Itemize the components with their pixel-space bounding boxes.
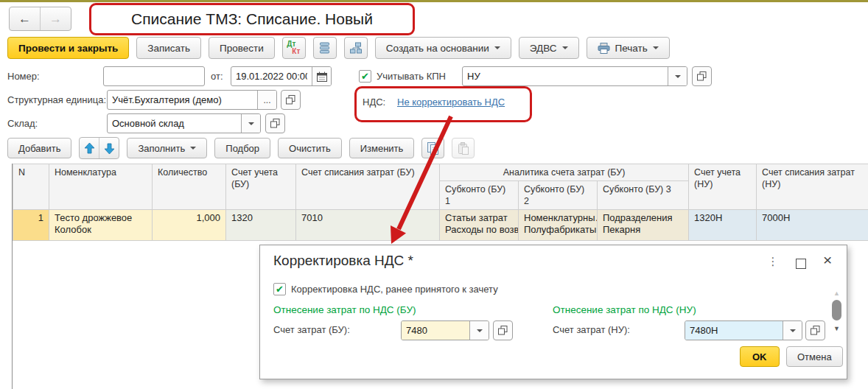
- chevron-down-icon: [653, 46, 659, 49]
- open-in-list-icon: [270, 119, 280, 128]
- col-header-subconto1[interactable]: Субконто (БУ) 1: [440, 181, 519, 210]
- write-button[interactable]: Записать: [136, 37, 201, 59]
- cell-account-bu[interactable]: 1320: [226, 210, 296, 241]
- kebab-menu-icon[interactable]: ⋮: [767, 255, 779, 268]
- cell-subconto3[interactable]: Подразделения Пекарня: [598, 210, 689, 241]
- move-down-button[interactable]: [99, 138, 119, 158]
- kpn-field-wrap: [462, 66, 687, 86]
- copy-icon: [427, 142, 439, 155]
- back-button[interactable]: ←: [10, 7, 40, 30]
- add-row-button[interactable]: Добавить: [7, 138, 71, 158]
- clear-button[interactable]: Очистить: [278, 138, 342, 158]
- calendar-button[interactable]: [312, 67, 331, 85]
- expense-account-bu-wrap: [401, 320, 489, 340]
- title-annotation-box: Списание ТМЗ: Списание. Новый: [89, 3, 415, 35]
- main-toolbar: Провести и закрыть Записать Провести ДтК…: [7, 37, 670, 59]
- col-header-subconto2[interactable]: Субконто (БУ) 2: [519, 181, 598, 210]
- cell-num[interactable]: 1: [13, 210, 49, 241]
- number-input[interactable]: [104, 67, 204, 85]
- kpn-dropdown-button[interactable]: [668, 67, 687, 85]
- bu-open-button[interactable]: [493, 320, 513, 340]
- col-header-expense-bu[interactable]: Счет списания затрат (БУ): [296, 164, 440, 210]
- cell-expense-nu[interactable]: 7000Н: [757, 210, 868, 241]
- post-button[interactable]: Провести: [209, 37, 275, 59]
- scroll-up-icon[interactable]: ▲: [833, 290, 840, 297]
- warehouse-input[interactable]: [108, 114, 241, 133]
- expense-account-nu-input[interactable]: [685, 321, 783, 340]
- nu-dropdown-button[interactable]: [783, 321, 802, 340]
- ok-button[interactable]: OK: [740, 346, 780, 367]
- kpn-open-button[interactable]: [692, 66, 712, 86]
- col-header-account-nu[interactable]: Счет учета (НУ): [689, 164, 757, 210]
- back-arrow-icon: ←: [18, 12, 31, 27]
- paste-rows-button[interactable]: [452, 138, 475, 158]
- edit-button[interactable]: Изменить: [349, 138, 415, 158]
- date-field-wrap: [231, 66, 332, 86]
- col-header-quantity[interactable]: Количество: [153, 164, 226, 210]
- expense-account-bu-input[interactable]: [402, 321, 469, 340]
- chevron-down-icon: [675, 75, 681, 78]
- close-icon[interactable]: ×: [823, 251, 832, 269]
- chevron-down-icon: [477, 329, 483, 332]
- warehouse-open-button[interactable]: [265, 113, 285, 133]
- nu-open-button[interactable]: [805, 320, 825, 340]
- kpn-checkbox[interactable]: ✔: [359, 70, 371, 83]
- fill-button[interactable]: Заполнить: [127, 138, 207, 158]
- unit-choose-button[interactable]: ...: [257, 91, 276, 109]
- kpn-checkbox-label: Учитывать КПН: [377, 66, 446, 86]
- col-header-subconto3[interactable]: Субконто (БУ) 3: [598, 181, 689, 210]
- document-structure-button[interactable]: [344, 37, 368, 59]
- vat-correction-dialog: Корректировка НДС * ⋮ × ✔ Корректировка …: [259, 245, 847, 379]
- arrow-up-icon: [85, 143, 94, 154]
- items-table: N Номенклатура Количество Счет учета (БУ…: [13, 164, 868, 241]
- col-header-num[interactable]: N: [13, 164, 49, 210]
- cell-expense-bu[interactable]: 7010: [296, 210, 440, 241]
- vat-correction-link[interactable]: Не корректировать НДС: [397, 92, 505, 112]
- scroll-down-icon[interactable]: ▼: [833, 325, 840, 332]
- copy-rows-button[interactable]: [421, 138, 444, 158]
- cell-subconto2[interactable]: Номенклатурны… Полуфабрикаты: [519, 210, 598, 241]
- col-header-expense-nu[interactable]: Счет списания затрат (НУ): [757, 164, 868, 210]
- dtkt-postings-button[interactable]: ДтКт: [282, 37, 306, 59]
- print-button[interactable]: Печать: [587, 37, 670, 59]
- post-and-close-button[interactable]: Провести и закрыть: [7, 37, 129, 59]
- maximize-icon[interactable]: [796, 259, 806, 269]
- page-title: Списание ТМЗ: Списание. Новый: [131, 10, 373, 28]
- window-top-edge: [0, 0, 868, 2]
- create-based-on-button[interactable]: Создать на основании: [375, 37, 511, 59]
- cell-nomenclature[interactable]: Тесто дрожжевое Колобок: [49, 210, 153, 241]
- register-records-button[interactable]: [313, 37, 337, 59]
- move-up-button[interactable]: [80, 138, 99, 158]
- number-label: Номер:: [7, 66, 40, 86]
- edvs-button[interactable]: ЭДВС: [519, 37, 579, 59]
- cell-subconto1[interactable]: Статьи затрат Расходы по возв…: [440, 210, 519, 241]
- expense-account-bu-label: Счет затрат (БУ):: [273, 320, 350, 340]
- unit-input[interactable]: [108, 91, 257, 109]
- scrollbar-thumb[interactable]: [832, 300, 841, 320]
- col-header-analytics-group[interactable]: Аналитика счета затрат (БУ): [440, 164, 689, 181]
- col-header-account-bu[interactable]: Счет учета (БУ): [226, 164, 296, 210]
- table-row[interactable]: 1 Тесто дрожжевое Колобок 1,000 1320 701…: [13, 210, 868, 241]
- cancel-button[interactable]: Отмена: [786, 346, 843, 367]
- chevron-down-icon: [190, 147, 196, 150]
- cell-quantity[interactable]: 1,000: [153, 210, 226, 241]
- expense-account-nu-label: Счет затрат (НУ):: [553, 320, 630, 340]
- bu-dropdown-button[interactable]: [469, 321, 489, 340]
- table-toolbar: Добавить Заполнить Подбор Очистить Измен…: [7, 137, 475, 159]
- date-input[interactable]: [231, 67, 312, 85]
- warehouse-label: Склад:: [7, 113, 38, 133]
- cell-account-nu[interactable]: 1320Н: [689, 210, 757, 241]
- pick-button[interactable]: Подбор: [214, 138, 270, 158]
- warehouse-field-wrap: [107, 113, 261, 133]
- unit-open-button[interactable]: [281, 90, 301, 110]
- chevron-down-icon: [790, 329, 796, 332]
- move-row-group: [79, 137, 119, 159]
- col-header-nomenclature[interactable]: Номенклатура: [49, 164, 153, 210]
- forward-arrow-icon: →: [49, 12, 62, 27]
- vat-correction-checkbox[interactable]: ✔: [273, 283, 286, 295]
- stack-icon: [319, 42, 330, 54]
- kpn-type-input[interactable]: [463, 67, 668, 85]
- forward-button[interactable]: →: [40, 7, 71, 30]
- section-header-bu: Отнесение затрат по НДС (БУ): [273, 304, 416, 315]
- warehouse-dropdown-button[interactable]: [241, 114, 260, 133]
